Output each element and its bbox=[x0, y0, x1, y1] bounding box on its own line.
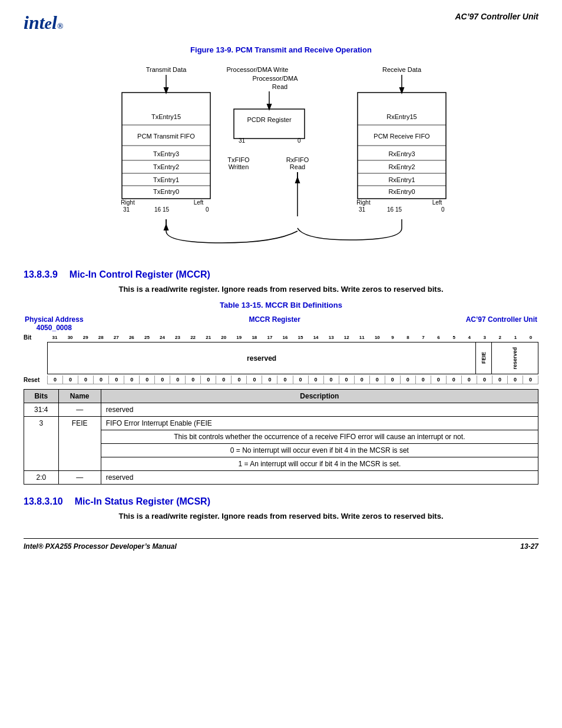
bit-num-29: 29 bbox=[78, 335, 93, 340]
mcsr-body-text: This is a read/write register. Ignore re… bbox=[24, 512, 538, 521]
bit-num-7: 7 bbox=[416, 335, 431, 340]
bit-num-24: 24 bbox=[154, 335, 170, 340]
register-visual: reserved FEIE reserved bbox=[47, 342, 538, 374]
rv-24: 0 bbox=[416, 375, 431, 384]
col-desc-header: Description bbox=[101, 390, 538, 403]
rv-25: 0 bbox=[431, 375, 447, 384]
row1-desc-line4: 1 = An interrupt will occur if bit 4 in … bbox=[101, 457, 538, 471]
rv-12: 0 bbox=[232, 375, 247, 384]
rv-26: 0 bbox=[447, 375, 462, 384]
svg-text:TxFIFO: TxFIFO bbox=[227, 156, 250, 163]
bit-num-9: 9 bbox=[385, 335, 400, 340]
svg-text:Receive Data: Receive Data bbox=[382, 66, 422, 73]
bit-num-17: 17 bbox=[262, 335, 277, 340]
rv-31: 0 bbox=[523, 375, 538, 384]
bit-num-12: 12 bbox=[339, 335, 354, 340]
col-name-header: Name bbox=[58, 390, 101, 403]
svg-text:16 15: 16 15 bbox=[387, 206, 402, 213]
reg-reserved-label: reserved bbox=[247, 354, 276, 363]
reset-row-container: Reset 0 0 0 0 0 0 0 0 0 0 0 0 0 0 0 0 0 … bbox=[24, 375, 538, 384]
bit-num-5: 5 bbox=[447, 335, 462, 340]
rv-3: 0 bbox=[94, 375, 109, 384]
svg-text:TxEntry3: TxEntry3 bbox=[153, 150, 179, 157]
svg-text:TxEntry0: TxEntry0 bbox=[153, 188, 179, 195]
reg-reserved-section: reserved bbox=[48, 342, 476, 374]
bit-num-27: 27 bbox=[108, 335, 124, 340]
table-mccr-title: Table 13-15. MCCR Bit Definitions bbox=[24, 301, 538, 309]
ac97-label: AC’97 Controller Unit bbox=[466, 315, 537, 324]
section-mccr-heading: 13.8.3.9 Mic-In Control Register (MCCR) bbox=[24, 269, 538, 280]
svg-text:0: 0 bbox=[206, 206, 209, 213]
bit-num-6: 6 bbox=[431, 335, 447, 340]
bit-num-10: 10 bbox=[369, 335, 385, 340]
row2-name: — bbox=[58, 471, 101, 485]
bit-num-22: 22 bbox=[186, 335, 201, 340]
bit-num-28: 28 bbox=[93, 335, 108, 340]
page-footer: Intel® PXA255 Processor Developer’s Manu… bbox=[24, 538, 538, 551]
svg-text:TxEntry15: TxEntry15 bbox=[151, 113, 181, 120]
bit-num-26: 26 bbox=[124, 335, 139, 340]
table-row: 3 FEIE FIFO Error Interrupt Enable (FEIE bbox=[24, 417, 538, 430]
table-row: 1 = An interrupt will occur if bit 4 in … bbox=[24, 457, 538, 471]
bit-num-23: 23 bbox=[170, 335, 186, 340]
svg-text:PCM Transmit FIFO: PCM Transmit FIFO bbox=[137, 133, 195, 140]
row1-desc-feie-title: FIFO Error Interrupt Enable (FEIE bbox=[101, 417, 538, 430]
svg-text:Left: Left bbox=[432, 199, 442, 206]
svg-text:31: 31 bbox=[123, 206, 130, 213]
bit-num-3: 3 bbox=[477, 335, 492, 340]
svg-text:TxEntry2: TxEntry2 bbox=[153, 163, 179, 170]
bit-num-16: 16 bbox=[277, 335, 293, 340]
row1-bits: 3 bbox=[24, 417, 59, 471]
svg-text:31: 31 bbox=[359, 206, 366, 213]
bit-num-31: 31 bbox=[47, 335, 62, 340]
bit-num-0: 0 bbox=[523, 335, 538, 340]
rv-13: 0 bbox=[247, 375, 262, 384]
bit-num-4: 4 bbox=[462, 335, 477, 340]
mccr-register-label-block: MCCR Register bbox=[249, 315, 300, 332]
row0-bits: 31:4 bbox=[24, 403, 59, 417]
svg-text:PCDR Register: PCDR Register bbox=[247, 116, 292, 123]
row0-name: — bbox=[58, 403, 101, 417]
rv-7: 0 bbox=[155, 375, 170, 384]
rv-27: 0 bbox=[462, 375, 477, 384]
row1-desc-line2: This bit controls whether the occurrence… bbox=[101, 430, 538, 444]
reset-values-container: 0 0 0 0 0 0 0 0 0 0 0 0 0 0 0 0 0 0 0 0 … bbox=[47, 375, 538, 384]
definition-table: Bits Name Description 31:4 — reserved 3 … bbox=[24, 389, 538, 485]
svg-text:Transmit Data: Transmit Data bbox=[146, 66, 187, 73]
section-mcsr-title: Mic-In Status Register (MCSR) bbox=[75, 496, 210, 507]
svg-text:16 15: 16 15 bbox=[154, 206, 169, 213]
reg-reserved2-label: reserved bbox=[512, 347, 518, 370]
svg-text:RxEntry3: RxEntry3 bbox=[388, 150, 415, 157]
row2-bits: 2:0 bbox=[24, 471, 59, 485]
register-visual-container: reserved FEIE reserved bbox=[24, 342, 538, 374]
figure-title: Figure 13-9. PCM Transmit and Receive Op… bbox=[24, 45, 538, 54]
page-header: intel® AC’97 Controller Unit bbox=[24, 12, 538, 34]
svg-text:Processor/DMA: Processor/DMA bbox=[252, 75, 298, 82]
rv-29: 0 bbox=[492, 375, 508, 384]
bit-num-11: 11 bbox=[354, 335, 369, 340]
svg-text:Right: Right bbox=[356, 199, 371, 206]
bit-num-20: 20 bbox=[216, 335, 232, 340]
row2-desc: reserved bbox=[101, 471, 538, 485]
svg-text:Written: Written bbox=[229, 163, 249, 170]
rv-8: 0 bbox=[170, 375, 186, 384]
reg-feie-section: FEIE bbox=[476, 342, 492, 374]
bit-numbers-row: 31 30 29 28 27 26 25 24 23 22 21 20 19 1… bbox=[47, 335, 538, 340]
rv-19: 0 bbox=[339, 375, 355, 384]
rv-16: 0 bbox=[293, 375, 309, 384]
row0-desc: reserved bbox=[101, 403, 538, 417]
physical-address-block: Physical Address 4050_0008 bbox=[25, 315, 84, 332]
rv-11: 0 bbox=[216, 375, 232, 384]
bit-numbers-container: Bit 31 30 29 28 27 26 25 24 23 22 21 20 … bbox=[24, 334, 538, 341]
col-bits-header: Bits bbox=[24, 390, 59, 403]
svg-text:RxEntry0: RxEntry0 bbox=[388, 188, 415, 195]
bit-num-14: 14 bbox=[308, 335, 323, 340]
header-title: AC’97 Controller Unit bbox=[455, 12, 538, 21]
pcm-diagram: Transmit Data Processor/DMA Write Proces… bbox=[75, 63, 487, 252]
rv-21: 0 bbox=[370, 375, 385, 384]
svg-text:31: 31 bbox=[239, 137, 246, 144]
table-row: 2:0 — reserved bbox=[24, 471, 538, 485]
section-mcsr-number: 13.8.3.10 bbox=[24, 496, 63, 507]
svg-text:RxEntry2: RxEntry2 bbox=[388, 163, 415, 170]
svg-text:0: 0 bbox=[441, 206, 445, 213]
